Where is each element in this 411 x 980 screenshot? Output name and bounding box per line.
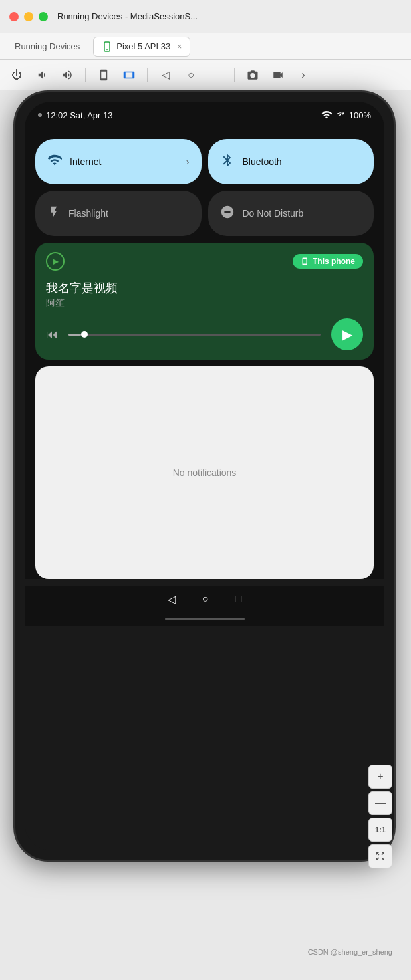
nav-overview-button[interactable]: □ [235, 593, 242, 605]
zoom-sep-button: — [368, 791, 392, 815]
device-icon [102, 41, 112, 52]
media-progress-bar[interactable] [68, 334, 321, 336]
zoom-reset-label: 1:1 [375, 826, 386, 834]
phone-screen: 12:02 Sat, Apr 13 100% [25, 102, 384, 850]
volume-button[interactable] [394, 279, 396, 318]
volume-up-icon[interactable] [60, 68, 74, 82]
dnd-tile-icon [220, 205, 235, 223]
device-badge-label: This phone [313, 257, 355, 266]
fit-screen-button[interactable] [368, 844, 392, 868]
status-left: 12:02 Sat, Apr 13 [38, 110, 112, 120]
media-progress-fill [68, 334, 81, 336]
phone-badge-icon [301, 257, 309, 265]
volume-down-icon[interactable] [35, 68, 49, 82]
bluetooth-tile[interactable]: Bluetooth [208, 139, 374, 184]
nav-back-button[interactable]: ◁ [168, 593, 176, 606]
window-title: Running Devices - MediaSessionS... [57, 11, 198, 21]
close-button[interactable] [9, 12, 19, 21]
toolbar-separator [85, 68, 86, 82]
dnd-tile-label: Do Not Disturb [243, 208, 304, 219]
media-prev-button[interactable]: ⏮ [46, 328, 58, 342]
screenshot-icon[interactable] [245, 68, 260, 82]
dnd-tile[interactable]: Do Not Disturb [208, 191, 374, 236]
status-time: 12:02 Sat, Apr 13 [46, 110, 112, 120]
internet-tile-label: Internet [70, 156, 101, 167]
media-play-button[interactable]: ▶ [331, 318, 363, 350]
internet-chevron-icon: › [186, 156, 190, 167]
nav-bar: ◁ ○ □ [25, 586, 384, 612]
rotate-portrait-icon[interactable] [96, 68, 111, 82]
tab-bar: Running Devices Pixel 5 API 33 × [0, 33, 411, 60]
zoom-controls: + — 1:1 [368, 765, 392, 868]
tab-device-label: Pixel 5 API 33 [116, 41, 170, 51]
tab-label: Running Devices [15, 41, 80, 51]
media-play-indicator: ▶ [46, 252, 65, 271]
home-bar [165, 618, 245, 620]
media-player-card: ▶ This phone 我名字是视频 阿笙 ⏮ [35, 243, 374, 360]
flashlight-tile-icon [47, 205, 61, 222]
tab-close-button[interactable]: × [177, 42, 182, 51]
home-indicator [25, 612, 384, 626]
quick-tiles-grid: Internet › Bluetooth [35, 139, 374, 236]
wifi-icon [321, 110, 332, 120]
rotate-landscape-icon[interactable] [122, 68, 136, 82]
phone-shell: 12:02 Sat, Apr 13 100% [13, 90, 396, 862]
quick-settings: Internet › Bluetooth [25, 128, 384, 579]
no-notifications-label: No notifications [173, 467, 237, 478]
watermark: CSDN @sheng_er_sheng [308, 948, 392, 956]
tab-running-devices[interactable]: Running Devices [7, 37, 88, 55]
flashlight-tile[interactable]: Flashlight [35, 191, 202, 236]
tab-pixel5[interactable]: Pixel 5 API 33 × [93, 37, 190, 57]
wifi-tile-icon [47, 153, 62, 171]
bluetooth-tile-icon [220, 153, 235, 171]
zoom-in-icon: + [377, 771, 383, 783]
power-icon[interactable]: ⏻ [9, 68, 24, 82]
flashlight-tile-label: Flashlight [68, 208, 108, 219]
signal-icon [336, 110, 345, 120]
media-progress-thumb [81, 331, 88, 338]
internet-tile[interactable]: Internet › [35, 139, 202, 184]
media-artist: 阿笙 [46, 297, 363, 309]
svg-point-1 [106, 49, 108, 50]
back-nav-icon[interactable]: ◁ [158, 68, 173, 82]
minimize-button[interactable] [24, 12, 33, 21]
title-bar: Running Devices - MediaSessionS... [0, 0, 411, 33]
toolbar: ⏻ ◁ ○ □ › [0, 60, 411, 90]
toolbar-separator-3 [234, 68, 235, 82]
status-right: 100% [321, 110, 371, 120]
zoom-in-button[interactable]: + [368, 765, 392, 789]
forward-icon[interactable]: › [296, 68, 311, 82]
nav-home-button[interactable]: ○ [202, 593, 209, 605]
media-device-badge[interactable]: This phone [293, 254, 363, 269]
media-info: 我名字是视频 阿笙 [46, 280, 363, 309]
status-dot [38, 113, 42, 117]
toolbar-separator-2 [147, 68, 148, 82]
media-controls: ⏮ ▶ [46, 318, 363, 350]
bluetooth-tile-label: Bluetooth [243, 156, 282, 167]
battery-level: 100% [349, 110, 371, 120]
traffic-lights [9, 12, 48, 21]
status-bar: 12:02 Sat, Apr 13 100% [25, 102, 384, 128]
fit-screen-icon [375, 851, 386, 862]
maximize-button[interactable] [39, 12, 48, 21]
zoom-reset-button[interactable]: 1:1 [368, 818, 392, 842]
overview-nav-icon[interactable]: □ [209, 68, 223, 82]
media-title: 我名字是视频 [46, 280, 363, 296]
zoom-sep-icon: — [375, 797, 386, 809]
notifications-area: No notifications [35, 366, 374, 579]
power-button[interactable] [394, 225, 396, 265]
video-icon[interactable] [271, 68, 285, 82]
emulator-frame: 12:02 Sat, Apr 13 100% [13, 90, 398, 961]
home-nav-icon[interactable]: ○ [184, 68, 198, 82]
media-top-row: ▶ This phone [46, 252, 363, 271]
